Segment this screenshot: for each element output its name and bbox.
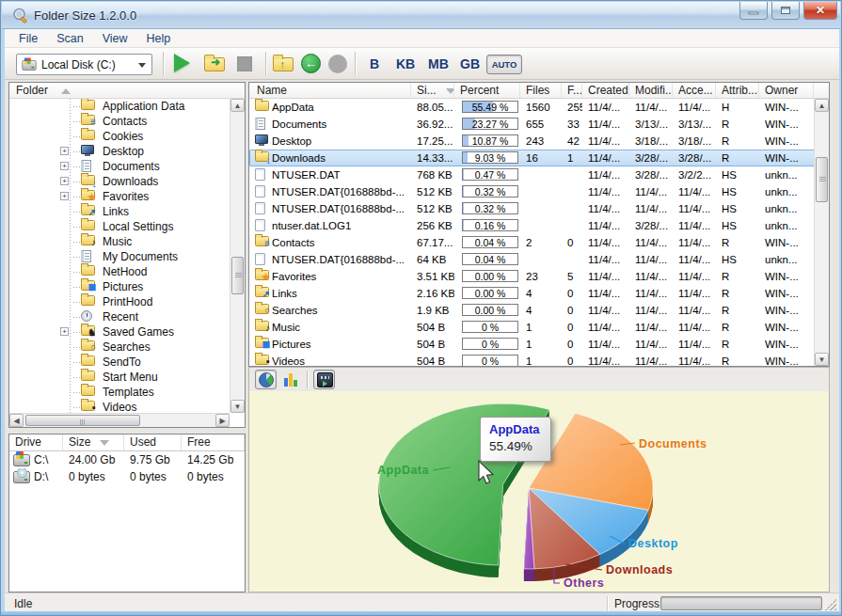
table-row[interactable]: NTUSER.DAT{016888bd-...512 KB0.32 %11/4/…	[249, 183, 829, 200]
table-row[interactable]: Videos▪504 B0 %1011/4/...11/4/...11/4/..…	[249, 353, 829, 367]
table-row[interactable]: Favorites★3.51 KB0.00 %23511/4/...11/4/.…	[249, 268, 829, 285]
file-list-vertical-scrollbar[interactable]: ▲ ▼	[814, 99, 829, 366]
file-header-acc[interactable]: Acce...	[673, 83, 716, 98]
bar-chart-button[interactable]	[280, 370, 302, 389]
file-header-pct[interactable]: Percent	[454, 83, 520, 98]
open-folder-button[interactable]: ➜	[202, 52, 229, 76]
table-row[interactable]: Documents36.92...23.27 %6553311/4/...3/1…	[249, 116, 829, 133]
tree-vertical-scrollbar[interactable]: ▲ ▼	[230, 99, 245, 413]
scroll-left-button[interactable]: ◀	[9, 414, 24, 427]
table-row[interactable]: Downloads↓14.33...9.03 %16111/4/...3/28/…	[249, 150, 829, 166]
tree-item[interactable]: ≡Contacts	[9, 114, 230, 129]
expand-plus-icon[interactable]: +	[60, 162, 69, 170]
table-row[interactable]: Contacts≡67.17...0.04 %2011/4/...11/4/..…	[249, 234, 829, 251]
scroll-up-button[interactable]: ▲	[815, 99, 829, 112]
file-header-size[interactable]: Si...	[411, 83, 454, 98]
table-row[interactable]: ntuser.dat.LOG1256 KB0.16 %11/4/...3/28/…	[249, 217, 829, 234]
unit-button-kb[interactable]: KB	[396, 56, 415, 71]
menu-item-scan[interactable]: Scan	[47, 29, 93, 48]
table-row[interactable]: AppData88.05...55.49 %156025511/4/...11/…	[249, 99, 829, 116]
tree-item[interactable]: ▦Pictures	[9, 279, 230, 294]
chart-options-button[interactable]	[313, 370, 335, 389]
drive-selector-dropdown[interactable]: Local Disk (C:)	[16, 54, 152, 75]
auto-unit-button[interactable]: AUTO	[486, 55, 522, 74]
title-bar[interactable]: Folder Size 1.2.0.0 ✕	[2, 2, 840, 29]
file-header-mod[interactable]: Modifi...	[629, 83, 673, 98]
drive-header-free[interactable]: Free	[182, 434, 245, 450]
table-row[interactable]: Music♪504 B0 %1011/4/...11/4/...11/4/...…	[249, 319, 829, 336]
expand-plus-icon[interactable]: +	[60, 327, 69, 336]
scrollbar-thumb[interactable]	[816, 157, 828, 202]
drive-row[interactable]: D:\0 bytes0 bytes0 bytes	[9, 468, 245, 485]
tree-item[interactable]: +Desktop	[9, 144, 230, 159]
resize-grip-icon[interactable]	[825, 599, 836, 610]
tree-item[interactable]: ○Searches	[9, 340, 230, 355]
tree-item[interactable]: Local Settings	[9, 219, 230, 234]
tree-item[interactable]: ♪Music	[9, 234, 230, 249]
scrollbar-thumb[interactable]	[25, 415, 140, 426]
minimize-button[interactable]	[739, 2, 768, 20]
tree-item[interactable]: ↗Links	[9, 204, 230, 219]
tree-item[interactable]: +★Favorites	[9, 189, 230, 204]
folder-up-button[interactable]: ↑	[271, 52, 297, 76]
file-header-owner[interactable]: Owner	[759, 83, 814, 98]
tree-item[interactable]: Application Data	[9, 99, 230, 114]
attributes-cell: R	[716, 336, 759, 353]
tree-item[interactable]: My Documents	[9, 249, 230, 264]
tree-item[interactable]: Templates	[9, 385, 230, 400]
scroll-right-button[interactable]: ▶	[215, 414, 230, 427]
tree-item[interactable]: Recent	[9, 309, 230, 324]
tree-item[interactable]: +↓Downloads	[9, 174, 230, 189]
table-row[interactable]: Pictures▦504 B0 %1011/4/...11/4/...11/4/…	[249, 336, 829, 353]
tree-item[interactable]: +Documents	[9, 159, 230, 174]
scrollbar-thumb[interactable]	[231, 257, 244, 294]
drive-header-used[interactable]: Used	[124, 434, 182, 450]
back-button[interactable]: ←	[299, 52, 326, 76]
maximize-button[interactable]	[771, 2, 800, 20]
table-row[interactable]: NTUSER.DAT768 KB0.47 %11/4/...3/28/...3/…	[249, 166, 829, 183]
scroll-down-button[interactable]: ▼	[230, 400, 245, 413]
tree-horizontal-scrollbar[interactable]: ◀ ▶	[9, 413, 230, 427]
unit-button-b[interactable]: B	[370, 56, 379, 71]
pie-chart-button[interactable]	[255, 370, 277, 389]
tree-item[interactable]: Cookies	[9, 129, 230, 144]
table-row[interactable]: Desktop17.25...10.87 %2434211/4/...3/18/…	[249, 133, 829, 150]
tree-item[interactable]: Start Menu	[9, 370, 230, 385]
drive-header-drive[interactable]: Drive	[9, 434, 63, 450]
drive-header-size[interactable]: Size	[63, 434, 124, 450]
tree-item[interactable]: PrintHood	[9, 294, 230, 309]
unit-button-gb[interactable]: GB	[460, 56, 480, 71]
tree-item[interactable]: ▪Videos	[9, 400, 230, 413]
tree-item[interactable]: SendTo	[9, 355, 230, 370]
tree-item[interactable]: +♞Saved Games	[9, 324, 230, 340]
expand-plus-icon[interactable]: +	[60, 147, 69, 155]
unit-button-mb[interactable]: MB	[428, 56, 449, 71]
file-list-header[interactable]: NameSi...PercentFilesF...CreatedModifi..…	[249, 83, 829, 99]
table-row[interactable]: Searches○1.9 KB0.00 %4011/4/...11/4/...1…	[249, 302, 829, 319]
file-header-files[interactable]: Files	[520, 83, 562, 98]
tree-item-label: Application Data	[103, 99, 184, 114]
menu-item-help[interactable]: Help	[137, 29, 181, 48]
menu-item-view[interactable]: View	[93, 29, 137, 48]
file-header-f2[interactable]: F...	[562, 83, 582, 98]
close-button[interactable]: ✕	[803, 2, 837, 20]
table-row[interactable]: Links↗2.16 KB0.00 %4011/4/...11/4/...11/…	[249, 285, 829, 302]
stop-button[interactable]	[232, 52, 259, 76]
scroll-down-button[interactable]: ▼	[815, 353, 829, 366]
table-row[interactable]: NTUSER.DAT{016888bd-...512 KB0.32 %11/4/…	[249, 200, 829, 217]
tree-item[interactable]: NetHood	[9, 264, 230, 279]
drive-used-cell: 9.75 Gb	[124, 451, 182, 468]
table-row[interactable]: NTUSER.DAT{016888bd-...64 KB0.04 %11/4/.…	[249, 251, 829, 268]
folder-column-header[interactable]: Folder	[9, 83, 245, 99]
file-header-created[interactable]: Created	[582, 83, 629, 98]
drive-row[interactable]: C:\24.00 Gb9.75 Gb14.25 Gb	[9, 451, 245, 468]
toolbar-separator	[355, 52, 356, 75]
expand-plus-icon[interactable]: +	[60, 192, 69, 200]
scroll-up-button[interactable]: ▲	[230, 99, 245, 112]
expand-plus-icon[interactable]: +	[60, 177, 69, 185]
scan-button[interactable]	[170, 52, 197, 76]
file-header-name[interactable]: Name	[249, 83, 411, 98]
file-header-att[interactable]: Attrib...	[716, 83, 759, 98]
menu-item-file[interactable]: File	[9, 29, 47, 48]
drive-list-header[interactable]: DriveSizeUsedFree	[9, 434, 245, 451]
